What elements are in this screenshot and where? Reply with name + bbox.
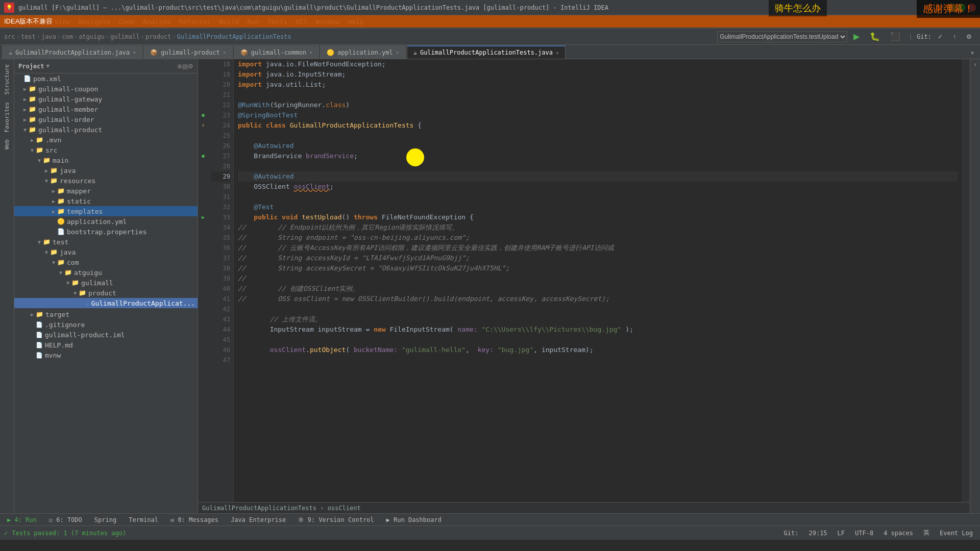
right-panel: ⬅ <box>970 59 980 513</box>
gutter-25 <box>198 131 208 141</box>
tab-application-yml[interactable]: 🟡 application.yml ✕ <box>320 45 405 59</box>
bottom-tab-run[interactable]: ▶ 4: Run <box>4 515 40 524</box>
bottom-tab-todo[interactable]: ☑ 6: TODO <box>46 515 85 524</box>
right-scroll-gutter[interactable] <box>962 59 970 502</box>
notice-bar: IDEA版本不兼容 <box>0 15 980 28</box>
tab-more-button[interactable]: ≡ <box>967 46 978 59</box>
settings-button[interactable]: ⚙ <box>962 31 976 43</box>
tab-close-icon[interactable]: ✕ <box>309 49 312 55</box>
tree-main-java[interactable]: ▶ 📁 java <box>14 165 198 176</box>
left-tab-favorites[interactable]: Favorites <box>2 99 12 136</box>
left-tab-structure[interactable]: Structure <box>2 61 12 98</box>
tree-application-yml[interactable]: 🟡 application.yml <box>14 216 198 227</box>
tree-target[interactable]: ▶ 📁 target <box>14 309 198 319</box>
gutter-24: ⚡ <box>198 120 208 131</box>
code-line-20: import java.util.List; <box>238 80 958 90</box>
bc-product: product <box>145 33 172 40</box>
tree-product-iml[interactable]: 📄 gulimall-product.iml <box>14 330 198 340</box>
tree-product[interactable]: ▼ 📁 gulimall-product <box>14 124 198 135</box>
tab-close-icon[interactable]: ✕ <box>556 50 559 56</box>
bottom-tab-messages[interactable]: ✉ 0: Messages <box>167 515 222 524</box>
code-line-22: @RunWith(SpringRunner.class) <box>238 100 958 110</box>
sidebar-locate-btn[interactable]: ⊕ <box>177 63 182 70</box>
sidebar-collapse-btn[interactable]: ▤ <box>182 63 188 70</box>
event-log[interactable]: Event Log <box>937 529 976 538</box>
status-right: Git: 29:15 LF UTF-8 4 spaces 英 Event Log <box>781 528 976 538</box>
gutter-30 <box>198 182 208 192</box>
tree-test[interactable]: ▼ 📁 test <box>14 237 198 247</box>
tree-product-pkg[interactable]: ▼ 📁 product <box>14 288 198 298</box>
title-bar: 💡 gulimall [F:\gulimall] – ...\gulimall-… <box>0 0 980 15</box>
bottom-tab-run-dashboard[interactable]: ▶ Run Dashboard <box>383 515 445 524</box>
lang-switch[interactable]: 英 <box>920 528 933 538</box>
gutter-20 <box>198 80 208 90</box>
tab-close-icon[interactable]: ✕ <box>396 49 399 55</box>
git-button[interactable]: ✓ <box>934 31 947 43</box>
tab-gulimall-tests[interactable]: ☕ GulimallProductApplicationTests.java ✕ <box>407 45 566 59</box>
tab-gulimall-common[interactable]: 📦 gulimall-common ✕ <box>234 45 319 59</box>
tree-mvnw[interactable]: 📄 mvnw <box>14 350 198 360</box>
code-line-19: import java.io.InputStream; <box>238 69 958 80</box>
gutter-43 <box>198 314 208 324</box>
tree-gitignore[interactable]: 📄 .gitignore <box>14 319 198 330</box>
tree-atguigu[interactable]: ▼ 📁 atguigu <box>14 267 198 278</box>
bottom-tab-spring[interactable]: Spring <box>91 515 119 524</box>
gutter-38 <box>198 263 208 273</box>
tab-close-icon[interactable]: ✕ <box>133 49 136 55</box>
code-line-30: OSSClient ossClient; <box>238 182 958 192</box>
tree-coupon[interactable]: ▶ 📁 gulimall-coupon <box>14 84 198 94</box>
tree-src[interactable]: ▼ 📁 src <box>14 145 198 155</box>
code-line-25 <box>238 131 958 141</box>
tree-gateway[interactable]: ▶ 📁 gulimall-gateway <box>14 94 198 104</box>
tree-main[interactable]: ▼ 📁 main <box>14 155 198 165</box>
indent[interactable]: 4 spaces <box>880 529 916 538</box>
code-line-28 <box>238 161 958 171</box>
tree-com[interactable]: ▼ 📁 com <box>14 257 198 267</box>
tree-test-java[interactable]: ▼ 📁 java <box>14 247 198 257</box>
code-line-24: public class GulimallProductApplicationT… <box>238 120 958 131</box>
tree-resources[interactable]: ▼ 📁 resources <box>14 176 198 186</box>
tab-gulimall-application[interactable]: ☕ GulimallProductApplication.java ✕ <box>2 45 142 59</box>
left-panel: Structure Favorites Web <box>0 59 14 513</box>
gutter-29 <box>198 171 208 182</box>
right-panel-label: ⬅ <box>972 63 978 66</box>
encoding[interactable]: UTF-8 <box>852 529 876 538</box>
git-push[interactable]: ↑ <box>949 31 960 43</box>
tree-gulimall[interactable]: ▼ 📁 gulimall <box>14 278 198 288</box>
tree-order[interactable]: ▶ 📁 gulimall-order <box>14 114 198 124</box>
tree-test-class[interactable]: ☕ GulimallProductApplicat... <box>14 298 198 308</box>
code-line-47 <box>238 355 958 365</box>
tree-bootstrap[interactable]: 📄 bootstrap.properties <box>14 227 198 237</box>
tree-static[interactable]: ▶ 📁 static <box>14 196 198 206</box>
tree-mapper[interactable]: ▶ 📁 mapper <box>14 186 198 196</box>
bottom-tab-java-enterprise[interactable]: Java Enterprise <box>228 515 289 524</box>
tree-templates[interactable]: ▶ 📁 templates <box>14 206 198 216</box>
run-toolbar: src › test › java › com › atguigu › guli… <box>0 29 980 45</box>
tree-pom[interactable]: 📄 pom.xml <box>14 73 198 84</box>
code-line-32: @Test <box>238 202 958 212</box>
line-ending[interactable]: LF <box>835 529 848 538</box>
tree-mvn[interactable]: ▶ 📁 .mvn <box>14 135 198 145</box>
cursor-position[interactable]: 29:15 <box>805 529 830 538</box>
bc-src: src <box>4 33 15 40</box>
tree-help[interactable]: 📄 HELP.md <box>14 340 198 350</box>
git-status[interactable]: Git: <box>781 529 802 538</box>
gutter-18 <box>198 59 208 69</box>
tab-close-icon[interactable]: ✕ <box>223 49 226 55</box>
editor-tab-bar: ☕ GulimallProductApplication.java ✕ 📦 gu… <box>0 45 980 59</box>
tab-gulimall-product[interactable]: 📦 gulimall-product ✕ <box>143 45 233 59</box>
gutter-35 <box>198 233 208 243</box>
sidebar-settings-btn[interactable]: ⚙ <box>188 63 193 70</box>
left-tab-web[interactable]: Web <box>2 136 12 153</box>
bottom-tab-terminal[interactable]: Terminal <box>126 515 161 524</box>
run-button[interactable]: ▶ <box>849 31 864 43</box>
tree-member[interactable]: ▶ 📁 gulimall-member <box>14 104 198 114</box>
code-line-31 <box>238 192 958 202</box>
bottom-tab-version-control[interactable]: ⑨ 9: Version Control <box>295 515 377 524</box>
run-config-select[interactable]: GulimallProductApplicationTests.testUplo… <box>717 31 847 42</box>
bc-test: test <box>21 33 36 40</box>
code-content[interactable]: import java.io.FileNotFoundException; im… <box>234 59 962 502</box>
debug-button[interactable]: 🐛 <box>866 31 884 43</box>
stop-button[interactable]: ⬛ <box>886 31 904 43</box>
code-line-35: // String endpoint = "oss-cn-beijing.ali… <box>238 233 958 243</box>
